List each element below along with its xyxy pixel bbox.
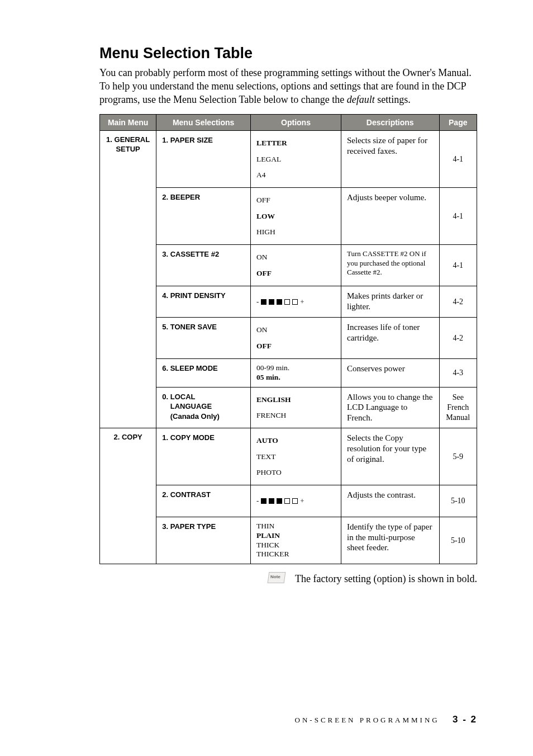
intro-text: You can probably perform most of these p…: [99, 67, 477, 106]
page-cell: 4-1: [439, 131, 477, 188]
density-box-filled: [269, 498, 274, 504]
th-page: Page: [439, 115, 477, 131]
option-value: HIGH: [256, 224, 335, 240]
page-cell: 5-10: [439, 517, 477, 564]
table-row: 5. TONER SAVEONOFFIncreases life of tone…: [100, 318, 477, 359]
description-cell: Selects the Copy resolution for your typ…: [341, 428, 440, 485]
option-value: ENGLISH: [256, 392, 335, 408]
menu-selection-cell: 3. PAPER TYPE: [156, 517, 251, 564]
page-cell: 4-2: [439, 286, 477, 318]
page-cell: 5-10: [439, 485, 477, 517]
option-value: ON: [256, 322, 335, 338]
note-row: Note The factory setting (option) is sho…: [99, 572, 477, 585]
option-value: 00-99 min.: [256, 363, 335, 373]
density-box-filled: [269, 299, 274, 305]
table-row: 2. BEEPEROFFLOWHIGHAdjusts beeper volume…: [100, 188, 477, 245]
option-value: LOW: [256, 209, 335, 224]
options-cell: -+: [251, 286, 341, 318]
main-menu-cell: 1. GENERALSETUP: [100, 131, 156, 428]
option-value: OFF: [256, 266, 335, 281]
density-box-filled: [261, 299, 266, 305]
intro-italic: default: [347, 94, 375, 105]
table-row: 2. CONTRAST-+Adjusts the contrast.5-10: [100, 485, 477, 517]
note-icon: Note: [268, 572, 288, 585]
plus-sign: +: [300, 493, 304, 508]
option-value: TEXT: [256, 449, 335, 465]
options-cell: AUTOTEXTPHOTO: [251, 428, 341, 485]
menu-selection-cell: 4. PRINT DENSITY: [156, 286, 251, 318]
footer-section: ON-SCREEN PROGRAMMING: [295, 716, 440, 724]
minus-sign: -: [256, 294, 259, 309]
table-row: 4. PRINT DENSITY-+Makes prints darker or…: [100, 286, 477, 318]
options-cell: OFFLOWHIGH: [251, 188, 341, 245]
page-cell: 4-1: [439, 188, 477, 245]
description-cell: Allows you to change the LCD Language to…: [341, 387, 440, 428]
table-row: 6. SLEEP MODE00-99 min.05 min.Conserves …: [100, 358, 477, 387]
page-footer: ON-SCREEN PROGRAMMING 3 - 2: [295, 714, 477, 725]
page-title: Menu Selection Table: [99, 45, 477, 62]
table-row: 0. LOCAL LANGUAGE (Canada Only)ENGLISHFR…: [100, 387, 477, 428]
options-cell: ENGLISHFRENCH: [251, 387, 341, 428]
plus-sign: +: [300, 294, 304, 309]
option-value: A4: [256, 167, 335, 183]
description-cell: Adjusts the contrast.: [341, 485, 440, 517]
page-cell: 4-3: [439, 358, 477, 387]
density-box-filled: [277, 498, 282, 504]
note-text: The factory setting (option) is shown in…: [295, 573, 477, 585]
menu-selection-table: Main Menu Menu Selections Options Descri…: [99, 114, 477, 564]
option-value: THICKER: [256, 550, 335, 559]
menu-selection-cell: 2. BEEPER: [156, 188, 251, 245]
th-options: Options: [251, 115, 341, 131]
table-row: 2. COPY1. COPY MODEAUTOTEXTPHOTOSelects …: [100, 428, 477, 485]
density-box-filled: [261, 498, 266, 504]
options-cell: 00-99 min.05 min.: [251, 358, 341, 387]
th-main-menu: Main Menu: [100, 115, 156, 131]
option-value: LEGAL: [256, 152, 335, 167]
page-cell: 5-9: [439, 428, 477, 485]
th-descriptions: Descriptions: [341, 115, 440, 131]
intro-part-a: You can probably perform most of these p…: [99, 67, 472, 105]
minus-sign: -: [256, 493, 259, 508]
table-row: 1. GENERALSETUP1. PAPER SIZELETTERLEGALA…: [100, 131, 477, 188]
th-menu-selections: Menu Selections: [156, 115, 251, 131]
option-value: OFF: [256, 192, 335, 208]
density-box-empty: [292, 299, 298, 305]
table-row: 3. PAPER TYPETHINPLAINTHICKTHICKERIdenti…: [100, 517, 477, 564]
menu-selection-cell: 3. CASSETTE #2: [156, 245, 251, 286]
option-value: LETTER: [256, 135, 335, 151]
options-cell: ONOFF: [251, 318, 341, 359]
page-cell: See French Manual: [439, 387, 477, 428]
table-row: 3. CASSETTE #2ONOFFTurn CASSETTE #2 ON i…: [100, 245, 477, 286]
option-value: FRENCH: [256, 408, 335, 423]
description-cell: Increases life of toner cartridge.: [341, 318, 440, 359]
option-value: THICK: [256, 541, 335, 550]
options-cell: ONOFF: [251, 245, 341, 286]
option-value: OFF: [256, 338, 335, 354]
description-cell: Identify the type of paper in the multi-…: [341, 517, 440, 564]
options-cell: THINPLAINTHICKTHICKER: [251, 517, 341, 564]
density-box-empty: [284, 299, 290, 305]
options-cell: -+: [251, 485, 341, 517]
footer-page: 3 - 2: [453, 714, 477, 725]
page-cell: 4-1: [439, 245, 477, 286]
description-cell: Makes prints darker or lighter.: [341, 286, 440, 318]
density-bar: -+: [256, 291, 335, 313]
page-cell: 4-2: [439, 318, 477, 359]
option-value: PHOTO: [256, 465, 335, 480]
main-menu-cell: 2. COPY: [100, 428, 156, 564]
density-box-empty: [284, 498, 290, 504]
option-value: ON: [256, 249, 335, 265]
description-cell: Selects size of paper for received faxes…: [341, 131, 440, 188]
density-box-filled: [277, 299, 282, 305]
description-cell: Adjusts beeper volume.: [341, 188, 440, 245]
menu-selection-cell: 1. COPY MODE: [156, 428, 251, 485]
options-cell: LETTERLEGALA4: [251, 131, 341, 188]
density-box-empty: [292, 498, 298, 504]
option-value: AUTO: [256, 433, 335, 448]
menu-selection-cell: 2. CONTRAST: [156, 485, 251, 517]
description-cell: Turn CASSETTE #2 ON if you purchased the…: [341, 245, 440, 286]
menu-selection-cell: 0. LOCAL LANGUAGE (Canada Only): [156, 387, 251, 428]
menu-selection-cell: 6. SLEEP MODE: [156, 358, 251, 387]
intro-part-b: settings.: [375, 94, 411, 105]
description-cell: Conserves power: [341, 358, 440, 387]
